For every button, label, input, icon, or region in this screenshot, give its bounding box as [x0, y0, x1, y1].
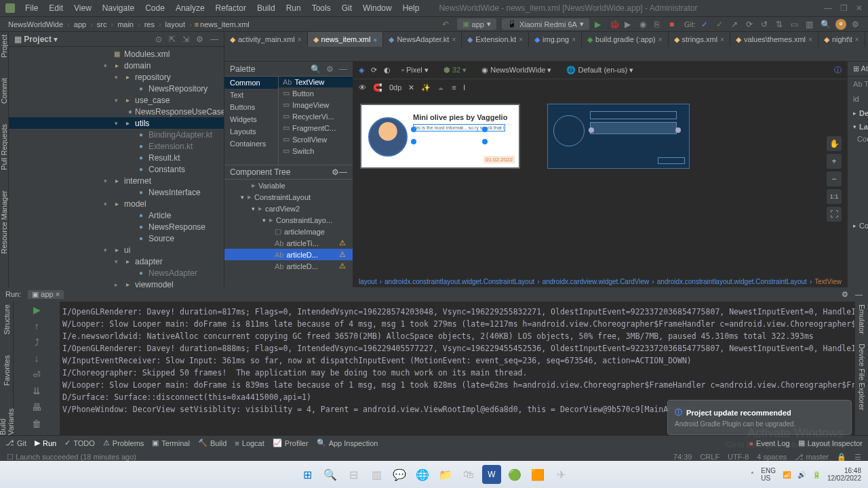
avd-icon[interactable]: ▭ [791, 20, 800, 29]
infer-icon[interactable]: ✨ [421, 83, 431, 92]
component-tree-item[interactable]: ▢articleImage [224, 226, 353, 237]
tool-todo[interactable]: ✓ TODO [64, 439, 95, 447]
tool-logcat[interactable]: ≡ Logcat [235, 439, 264, 447]
component-tree-item[interactable]: ▾▸ConstraintLayout [224, 191, 353, 203]
tray-wifi-icon[interactable]: 📶 [783, 471, 791, 479]
tool-project[interactable]: Project [0, 35, 8, 58]
tree-item[interactable]: ▸▸viewmodel [9, 279, 224, 287]
explorer-icon[interactable]: 📁 [436, 465, 455, 484]
tree-item[interactable]: ▾▸model [9, 198, 224, 209]
telegram-icon[interactable]: ✈ [551, 465, 570, 484]
design-preview[interactable]: Mini olive pies by Vaggelio his is the m… [360, 104, 520, 169]
indent[interactable]: 4 spaces [757, 453, 787, 462]
sync-icon[interactable]: ⇅ [776, 20, 785, 29]
align-icon[interactable]: ≡ [452, 83, 456, 92]
tree-item[interactable]: ●Source [9, 232, 224, 244]
guidelines-icon[interactable]: Ⅰ [463, 83, 465, 92]
gear-icon[interactable]: ⚙ [332, 167, 339, 177]
line-sep[interactable]: CRLF [700, 453, 719, 462]
tree-item[interactable]: ●NewsInterface [9, 186, 224, 198]
device-drop[interactable]: ▫ Pixel ▾ [397, 64, 433, 76]
info-icon[interactable]: ⓘ [834, 65, 842, 75]
down-icon[interactable]: ↓ [35, 353, 39, 364]
settings-icon[interactable]: ⚙ [196, 35, 203, 44]
editor-tab[interactable]: ◆build.gradle (:app)× [582, 32, 669, 47]
palette-category[interactable]: Containers [224, 138, 278, 150]
task-view-icon[interactable]: ⊟ [344, 465, 363, 484]
user-icon[interactable]: ⚬ [835, 19, 846, 30]
tree-item[interactable]: ●BindingAdapter.kt [9, 129, 224, 140]
article-date-preview[interactable]: 01.02.2022 [484, 156, 515, 163]
tool-emulator[interactable]: Emulator [858, 304, 866, 334]
crumb[interactable]: app [73, 20, 87, 28]
git-commit-icon[interactable]: ✓ [716, 20, 726, 29]
git-branch[interactable]: ⎇ master [795, 453, 829, 462]
palette-item[interactable]: ▭ FragmentC... [279, 122, 353, 134]
tree-item[interactable]: ▾▸domain [9, 60, 224, 71]
crumb[interactable]: res [143, 20, 156, 28]
menu-build[interactable]: Build [252, 2, 280, 14]
clear-constraints-icon[interactable]: ✕ [408, 83, 414, 92]
tree-item[interactable]: ●Extension.kt [9, 140, 224, 152]
crumb[interactable]: src [96, 20, 108, 28]
tool-run[interactable]: ▶ Run [35, 439, 56, 447]
sdk-icon[interactable]: ▥ [806, 20, 815, 29]
tray-chevron-icon[interactable]: ˄ [751, 471, 754, 479]
article-description-preview[interactable]: his is the most informat... so ry snack … [413, 124, 505, 131]
api-drop[interactable]: ⬢ 32 ▾ [439, 64, 471, 76]
tool-favorites[interactable]: Favorites [3, 355, 11, 386]
tree-item[interactable]: ●Article [9, 209, 224, 221]
tool-pull-requests[interactable]: Pull Requests [0, 124, 8, 170]
palette-category[interactable]: Widgets [224, 113, 278, 125]
crumb-file[interactable]: news_item.xml [200, 20, 250, 28]
tool-problems[interactable]: ⚠ Problems [103, 439, 144, 447]
component-tree-item[interactable]: AbarticleD...⚠ [224, 260, 353, 272]
tree-item[interactable]: ▾▸use_case [9, 94, 224, 106]
palette-item[interactable]: ▭ Switch [279, 145, 353, 157]
app-icon[interactable]: 🟧 [528, 465, 547, 484]
locale-drop[interactable]: 🌐 Default (en-us) ▾ [562, 64, 637, 76]
select-opened-icon[interactable]: ⊙ [155, 35, 162, 44]
rerun-icon[interactable]: ▶ [33, 304, 41, 315]
menu-window[interactable]: Window [358, 2, 397, 14]
layout-inspector[interactable]: ▦ Layout Inspector [798, 439, 863, 447]
lock-icon[interactable]: 🔒 [837, 453, 846, 462]
pack-icon[interactable]: ⫠ [437, 83, 445, 92]
palette-category[interactable]: Layouts [224, 125, 278, 138]
clear-icon[interactable]: 🗑 [32, 418, 41, 429]
chrome-icon[interactable]: 🟢 [505, 465, 524, 484]
menu-run[interactable]: Run [281, 2, 306, 14]
editor-tab[interactable]: ◆img.png× [529, 32, 582, 47]
zoom-fit-icon[interactable]: 1:1 [827, 189, 842, 204]
mem-indicator[interactable]: ☰ [854, 453, 861, 462]
editor-tab[interactable]: ◆Extension.kt× [462, 32, 529, 47]
gear-icon[interactable]: ⚙ [326, 64, 334, 74]
crumb[interactable]: layout [164, 20, 186, 28]
menu-edit[interactable]: Edit [44, 2, 68, 14]
tool-structure[interactable]: Structure [3, 304, 11, 335]
zoom-reset-icon[interactable]: ⛶ [827, 207, 842, 222]
tree-item[interactable]: ●Result.kt [9, 152, 224, 163]
zoom-out-icon[interactable]: − [827, 171, 842, 186]
run-icon[interactable]: ▶ [595, 20, 604, 29]
blueprint-preview[interactable] [547, 104, 690, 169]
tool-git[interactable]: ⎇ Git [5, 439, 26, 447]
run-settings-icon[interactable]: ⚙ [842, 290, 848, 299]
zoom-in-icon[interactable]: + [827, 154, 842, 169]
tree-item[interactable]: ▦Modules.xml [9, 48, 224, 60]
declared-attributes-section[interactable]: ▸Declared Attributes+ — [848, 106, 868, 120]
close-icon[interactable]: ✕ [856, 3, 863, 13]
editor-tab[interactable]: ◆NewsAdapter.kt× [383, 32, 462, 47]
palette-category[interactable]: Common [224, 77, 278, 89]
orientation-icon[interactable]: ⟳ [371, 66, 377, 75]
menu-file[interactable]: File [20, 2, 43, 14]
tree-item[interactable]: ●Constants [9, 163, 224, 175]
start-icon[interactable]: ⊞ [298, 465, 317, 484]
collapse-icon[interactable]: ⇲ [182, 35, 189, 44]
tool-device-explorer[interactable]: Device File Explorer [858, 344, 866, 410]
surface-icon[interactable]: ◈ [359, 66, 364, 75]
palette-category[interactable]: Text [224, 89, 278, 101]
hide-icon[interactable]: — [339, 167, 347, 177]
editor-tab[interactable]: ◆values\themes.xml× [730, 32, 818, 47]
event-log[interactable]: ● Event Log [749, 439, 789, 447]
